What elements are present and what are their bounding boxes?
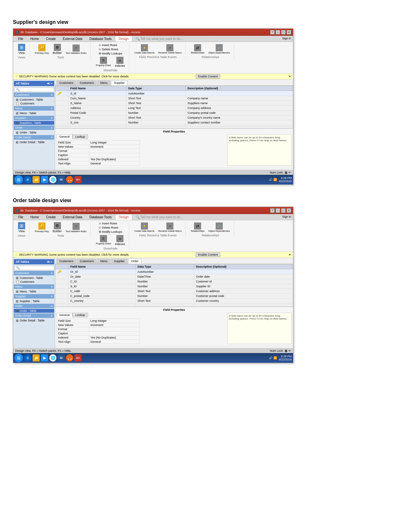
tab-create-order[interactable]: Create <box>43 214 59 220</box>
media-icon[interactable]: ▶ <box>41 176 48 183</box>
tab-supplier-order[interactable]: Supplier <box>111 259 128 264</box>
field-name-c-country[interactable]: C_country <box>68 299 136 303</box>
data-type-com-name[interactable]: Short Text <box>126 96 185 101</box>
desc-com-name[interactable]: Company name <box>185 96 293 101</box>
nav-item-menu-table-order[interactable]: ▦ Menu : Table <box>14 290 54 293</box>
desc-s-name[interactable]: Suppliers name <box>185 101 293 106</box>
nav-section-order-order[interactable]: Order ∧ <box>14 304 54 308</box>
table-row[interactable]: 🔑 Or_ID AutoNumber <box>55 269 293 274</box>
tab-design-order[interactable]: Design <box>115 214 132 220</box>
field-name-s-id[interactable]: S_id <box>68 91 126 96</box>
nav-item-customers-order[interactable]: 📋 Customers <box>14 280 54 284</box>
menu-collapse-icon-order[interactable]: ∧ <box>51 285 53 288</box>
btn-insert-rows-order[interactable]: ⊕ Insert Rows <box>98 222 118 225</box>
desc-c-addr[interactable]: Customer address <box>194 289 293 294</box>
customers-collapse-icon[interactable]: ∧ <box>51 93 53 96</box>
table-row[interactable]: Postal Code Number Company postal code <box>55 111 293 115</box>
close-security-icon-order[interactable]: ✕ <box>289 253 291 256</box>
tab-customers1-order[interactable]: Customers <box>56 259 76 264</box>
btn-primary-key[interactable]: 🔑 Primary Key <box>34 44 50 55</box>
table-row[interactable]: S_ID Number Supplier ID <box>55 284 293 289</box>
tab-home[interactable]: Home <box>27 36 43 42</box>
nav-item-customers[interactable]: 📋 Customers <box>14 102 54 105</box>
help-btn[interactable]: ? <box>270 30 275 34</box>
nav-header-controls-order[interactable]: ≪ « <box>47 260 52 263</box>
access-icon[interactable]: A≡ <box>74 176 82 183</box>
tab-file-order[interactable]: File <box>15 214 27 220</box>
tab-create[interactable]: Create <box>43 36 59 42</box>
nav-search-order[interactable]: 🔍 <box>15 266 54 270</box>
btn-object-dependencies[interactable]: 🔗 Object Dependencies <box>207 44 231 54</box>
word-icon-order[interactable]: W <box>58 354 65 361</box>
tab-home-order[interactable]: Home <box>27 214 43 220</box>
fp-value-caption-order[interactable] <box>89 331 140 336</box>
fp-tab-lookup[interactable]: Lookup <box>73 134 88 139</box>
nav-section-supplier[interactable]: Supplier ∧ <box>14 116 54 120</box>
btn-indexes[interactable]: 🗂 Indexes <box>113 56 126 68</box>
nav-section-order-detail[interactable]: Order Detail ∧ <box>14 135 54 140</box>
fp-value-indexed[interactable]: Yes (No Duplicates) <box>89 157 140 162</box>
tab-menu-order[interactable]: Menu <box>97 259 111 264</box>
desc-c-id[interactable]: Customer id <box>194 279 293 284</box>
btn-create-data-macros-order[interactable]: ⚡ Create Data Macros <box>133 222 156 233</box>
btn-delete-rows[interactable]: ⊖ Delete Rows <box>98 47 119 51</box>
btn-test-validation-order[interactable]: ✓ Test Validation Rules <box>64 222 88 233</box>
nav-section-order[interactable]: Order ∧ <box>14 125 54 130</box>
data-type-country[interactable]: Short Text <box>126 115 185 120</box>
table-row[interactable]: S_cno Number Suppliers contact number <box>55 120 293 125</box>
desc-address[interactable]: Company address <box>185 106 293 111</box>
title-bar-controls[interactable]: ? − □ ✕ <box>270 30 291 34</box>
ie-icon-order[interactable]: e <box>24 354 31 361</box>
chrome-icon-order[interactable]: 🌐 <box>49 354 56 361</box>
data-type-c-postal[interactable]: Number <box>135 294 194 299</box>
data-type-address[interactable]: Long Text <box>126 106 185 111</box>
field-name-com-name[interactable]: Com_Name <box>68 96 126 101</box>
table-row[interactable]: S_Name Short Text Suppliers name <box>55 101 293 106</box>
btn-primary-key-order[interactable]: 🔑 Primary Key <box>34 222 50 233</box>
enable-content-btn[interactable]: Enable Content <box>196 74 220 79</box>
chrome-icon[interactable]: 🌐 <box>49 176 56 183</box>
fp-tab-general-order[interactable]: General <box>56 313 73 317</box>
btn-create-data-macros[interactable]: ⚡ Create Data Macros <box>133 44 156 54</box>
sign-in[interactable]: Sign in <box>280 36 293 42</box>
fp-tab-general[interactable]: General <box>56 134 73 139</box>
nav-header-controls[interactable]: ≪ « <box>47 82 52 85</box>
desc-s-id2[interactable]: Supplier ID <box>194 284 293 289</box>
data-type-s-id[interactable]: AutoNumber <box>126 91 185 96</box>
tab-customers1[interactable]: Customers <box>56 80 76 85</box>
table-row[interactable]: C_Addr Short Text Customer address <box>55 289 293 294</box>
table-row[interactable]: Address Long Text Company address <box>55 106 293 111</box>
media-icon-order[interactable]: ▶ <box>41 354 48 361</box>
folder-icon[interactable]: 📁 <box>33 176 40 183</box>
desc-c-postal[interactable]: Customer postal code <box>194 294 293 299</box>
sign-in-order[interactable]: Sign in <box>280 214 293 220</box>
field-name-c-postal[interactable]: C_postal_code <box>68 294 136 299</box>
nav-section-menu-order[interactable]: Menu ∧ <box>14 284 54 289</box>
fp-value-field-size-order[interactable]: Long Integer <box>89 319 140 323</box>
tab-supplier[interactable]: Supplier <box>111 80 128 85</box>
desc-country[interactable]: Company's country name <box>185 115 293 120</box>
tab-menu[interactable]: Menu <box>97 80 111 85</box>
btn-object-dependencies-order[interactable]: 🔗 Object Dependencies <box>207 222 231 233</box>
enable-content-btn-order[interactable]: Enable Content <box>196 252 220 257</box>
btn-indexes-order[interactable]: 🗂 Indexes <box>113 234 126 246</box>
order-collapse-icon[interactable]: ∧ <box>51 126 53 129</box>
close-btn-order[interactable]: ✕ <box>287 208 291 213</box>
help-btn-order[interactable]: ? <box>270 208 275 213</box>
desc-or-date[interactable]: Order date <box>194 274 293 279</box>
supplier-collapse-icon-order[interactable]: ∧ <box>51 295 53 298</box>
fp-value-caption[interactable] <box>89 153 140 157</box>
table-row[interactable]: Country Short Text Company's country nam… <box>55 115 293 120</box>
menu-collapse-icon[interactable]: ∧ <box>51 107 53 110</box>
search-input-order[interactable] <box>20 266 45 270</box>
btn-builder[interactable]: ⚙ Builder <box>52 43 63 55</box>
close-btn[interactable]: ✕ <box>287 30 291 34</box>
folder-icon-order[interactable]: 📁 <box>33 354 40 361</box>
data-type-or-id[interactable]: AutoNumber <box>135 269 194 274</box>
fp-value-field-size[interactable]: Long Integer <box>89 141 140 145</box>
tab-database-tools-order[interactable]: Database Tools <box>86 214 115 220</box>
nav-section-customers[interactable]: Customers ∧ <box>14 93 54 97</box>
start-btn[interactable]: ⊞ <box>15 175 23 184</box>
tab-customers2-order[interactable]: Customers <box>77 259 97 264</box>
btn-modify-lookups-order[interactable]: ⚙ Modify Lookups <box>98 230 123 234</box>
